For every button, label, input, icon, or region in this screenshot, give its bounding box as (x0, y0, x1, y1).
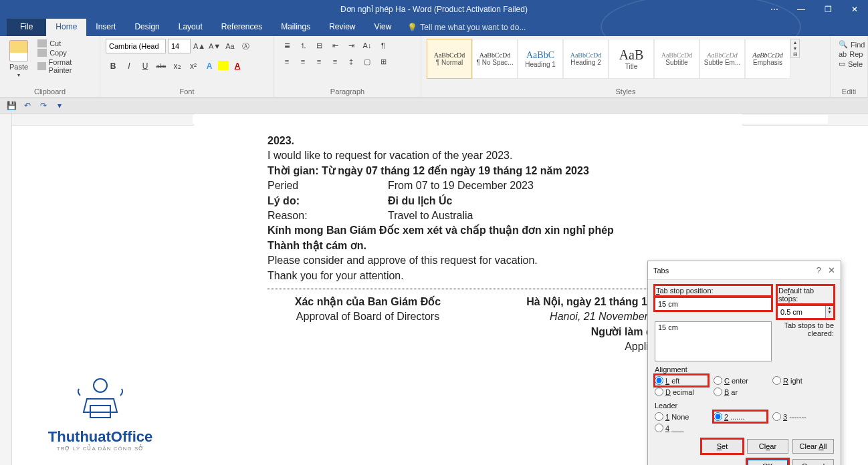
multilevel-button[interactable]: ⊟ (312, 39, 326, 52)
tab-design[interactable]: Design (125, 19, 169, 36)
set-button[interactable]: Set (701, 439, 743, 454)
highlight-button[interactable] (218, 61, 229, 70)
change-case-button[interactable]: Aa (223, 39, 237, 53)
bold-button[interactable]: B (106, 59, 120, 73)
grow-font-button[interactable]: A▲ (193, 39, 206, 53)
ok-button[interactable]: OK (747, 459, 788, 465)
replace-button[interactable]: abRep (839, 50, 859, 58)
close-window-button[interactable]: ✕ (841, 0, 868, 19)
tab-layout[interactable]: Layout (169, 19, 212, 36)
borders-button[interactable]: ⊞ (376, 55, 391, 68)
font-color-button[interactable]: A (230, 59, 245, 73)
doc-line: Thành thật cám ơn. (267, 240, 366, 251)
paste-button[interactable]: Paste ▾ (5, 39, 32, 80)
font-name-combo[interactable] (106, 39, 166, 53)
align-bar-radio[interactable]: Bar (714, 386, 767, 398)
style-no-spacing[interactable]: AaBbCcDd¶ No Spac... (472, 39, 518, 79)
vertical-ruler[interactable] (0, 114, 12, 465)
style-heading2[interactable]: AaBbCcDdHeading 2 (563, 39, 609, 79)
sort-button[interactable]: A↓ (360, 39, 374, 52)
style-heading1[interactable]: AaBbCHeading 1 (518, 39, 563, 79)
spin-down-button[interactable]: ▼ (826, 310, 833, 314)
leader-dashes-radio[interactable]: 3 ------- (772, 411, 826, 422)
bullets-button[interactable]: ≣ (280, 39, 294, 52)
show-marks-button[interactable]: ¶ (376, 39, 391, 52)
select-icon: ▭ (839, 59, 845, 68)
find-button[interactable]: 🔍Find (839, 40, 859, 49)
tab-review[interactable]: Review (320, 19, 364, 36)
superscript-button[interactable]: x² (186, 59, 201, 73)
format-painter-label: Format Painter (49, 58, 92, 74)
group-paragraph: ≣ ⒈ ⊟ ⇤ ⇥ A↓ ¶ ≡ ≡ ≡ ≡ ‡ ▢ ⊞ Paragraph (274, 36, 421, 97)
group-clipboard: Paste ▾ Cut Copy Format Painter Clipboar… (0, 36, 100, 97)
tab-mailings[interactable]: Mailings (272, 19, 320, 36)
clipboard-group-label: Clipboard (5, 86, 94, 96)
leader-underline-radio[interactable]: 4 ___ (655, 422, 708, 434)
shrink-font-button[interactable]: A▼ (208, 39, 221, 53)
cancel-button[interactable]: Cancel (792, 459, 834, 465)
maximize-button[interactable]: ❐ (815, 0, 841, 19)
subscript-button[interactable]: x₂ (170, 59, 185, 73)
tab-file[interactable]: File (7, 19, 46, 36)
underline-button[interactable]: U (138, 59, 152, 73)
copy-button[interactable]: Copy (35, 48, 94, 57)
align-center-button[interactable]: ≡ (296, 55, 310, 68)
ribbon-options-button[interactable]: ⋯ (761, 0, 788, 19)
increase-indent-button[interactable]: ⇥ (344, 39, 358, 52)
doc-line: Thank you for your attention. (267, 269, 669, 283)
text-effects-button[interactable]: A (202, 59, 217, 73)
qat-undo-button[interactable]: ↶ (21, 101, 33, 110)
shading-button[interactable]: ▢ (360, 55, 374, 68)
tell-me-search[interactable]: 💡 Tell me what you want to do... (407, 19, 526, 36)
editing-group-label: Editi (836, 86, 862, 96)
leader-none-radio[interactable]: 1 None (655, 411, 708, 422)
dialog-close-button[interactable]: ✕ (828, 265, 835, 275)
strike-button[interactable]: abc (154, 59, 169, 73)
cut-button[interactable]: Cut (35, 39, 94, 48)
qat-save-button[interactable]: 💾 (5, 101, 17, 110)
clear-format-button[interactable]: Ⓐ (239, 39, 252, 53)
format-painter-button[interactable]: Format Painter (35, 57, 94, 75)
clear-button[interactable]: Clear (747, 439, 788, 454)
italic-button[interactable]: I (122, 59, 136, 73)
list-item[interactable]: 15 cm (658, 323, 768, 331)
clear-all-button[interactable]: Clear All (792, 439, 834, 454)
doc-line: Travel to Australia (388, 208, 473, 223)
watermark-logo: ThuthuatOffice TRỢ LÝ CỦA DÂN CÔNG SỞ (27, 372, 174, 452)
font-size-combo[interactable] (168, 39, 191, 53)
qat-redo-button[interactable]: ↷ (37, 101, 49, 110)
justify-button[interactable]: ≡ (328, 55, 342, 68)
tab-stop-input[interactable] (655, 297, 772, 311)
style-normal[interactable]: AaBbCcDd¶ Normal (427, 39, 472, 79)
doc-line: Reason: (267, 208, 388, 223)
tab-insert[interactable]: Insert (86, 19, 125, 36)
leader-label: Leader (655, 402, 834, 410)
align-left-radio[interactable]: Left (655, 375, 708, 386)
numbering-button[interactable]: ⒈ (296, 39, 310, 52)
line-spacing-button[interactable]: ‡ (344, 55, 358, 68)
paste-label: Paste (9, 63, 28, 71)
align-decimal-radio[interactable]: Decimal (655, 386, 708, 398)
align-left-button[interactable]: ≡ (280, 55, 294, 68)
tab-home[interactable]: Home (46, 19, 86, 36)
dialog-titlebar[interactable]: Tabs ? ✕ (648, 261, 841, 280)
dialog-help-button[interactable]: ? (817, 265, 821, 275)
doc-line: Thời gian: Từ ngày 07 tháng 12 đến ngày … (267, 165, 589, 176)
align-right-button[interactable]: ≡ (312, 55, 326, 68)
tab-references[interactable]: References (212, 19, 272, 36)
align-center-radio[interactable]: Center (714, 375, 767, 386)
watermark-tagline: TRỢ LÝ CỦA DÂN CÔNG SỞ (27, 446, 174, 452)
window-controls: ⋯ — ❐ ✕ (761, 0, 868, 19)
tell-me-placeholder: Tell me what you want to do... (420, 23, 526, 32)
tab-stop-list[interactable]: 15 cm (655, 321, 772, 361)
find-icon: 🔍 (839, 40, 848, 49)
decrease-indent-button[interactable]: ⇤ (328, 39, 342, 52)
align-right-radio[interactable]: Right (772, 375, 826, 386)
tab-view[interactable]: View (365, 19, 401, 36)
qat-customize-button[interactable]: ▾ (53, 101, 66, 110)
leader-dots-radio[interactable]: 2 ....... (714, 411, 767, 422)
styles-expand-button[interactable]: ▴▾⊟ (790, 39, 800, 58)
minimize-button[interactable]: — (788, 0, 815, 19)
sig-left-title: Xác nhận của Ban Giám Đốc (295, 296, 441, 307)
select-button[interactable]: ▭Sele (839, 59, 859, 68)
